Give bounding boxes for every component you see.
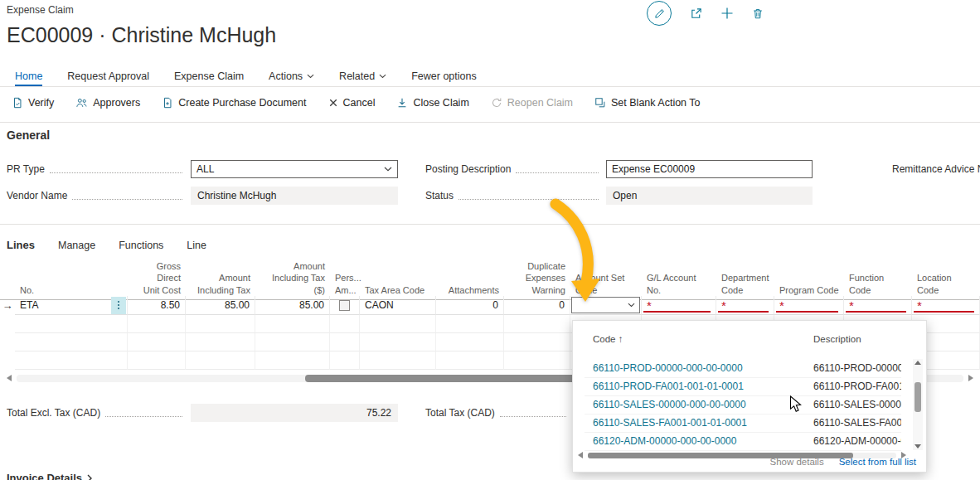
create-purchase-document-button[interactable]: Create Purchase Document <box>162 97 306 109</box>
scroll-up-arrow-icon[interactable] <box>915 361 921 365</box>
system-actions <box>647 0 764 27</box>
set-blank-action-icon <box>594 97 606 109</box>
menu-actions[interactable]: Actions <box>269 70 314 82</box>
posting-description-input[interactable]: Expense EC00009 <box>606 160 813 178</box>
share-button[interactable] <box>690 7 702 20</box>
description-text: 66110-SALES-FA001-001 <box>813 417 901 429</box>
column-header-amount-including-tax[interactable]: Amount Including Tax <box>186 270 255 299</box>
column-header-function-code[interactable]: Function Code <box>844 270 912 299</box>
description-text: 66110-PROD-FA001-001 <box>813 381 901 392</box>
tab-request-approval[interactable]: Request Approval <box>67 70 149 82</box>
column-header-location-code[interactable]: Location Code <box>912 270 980 299</box>
lines-menu-line[interactable]: Line <box>187 240 206 251</box>
cell-function-code[interactable]: * <box>844 296 912 315</box>
lookup-vscrollbar[interactable] <box>913 359 923 450</box>
code-link[interactable]: 66110-SALES-FA001-001-01-0001 <box>585 417 813 429</box>
scroll-left-arrow-icon[interactable] <box>578 452 583 458</box>
lookup-row[interactable]: 66120-ADM-00000-000-00-0000 66120-ADM-00… <box>585 432 901 451</box>
new-button[interactable] <box>720 7 734 20</box>
section-invoice-details[interactable]: Invoice Details <box>7 472 92 480</box>
vendor-name-field[interactable]: Christine McHugh <box>191 187 398 205</box>
code-link[interactable]: 66120-ADM-00000-000-00-0000 <box>585 435 813 447</box>
required-asterisk: * <box>779 296 784 312</box>
approvers-people-icon <box>75 97 88 109</box>
cell-no[interactable]: ETA <box>15 296 128 315</box>
cell-gross-direct-unit-cost[interactable]: 8.50 <box>128 296 186 315</box>
menu-fewer-options[interactable]: Fewer options <box>411 70 477 82</box>
total-excl-tax-field: 75.22 <box>191 404 398 422</box>
cell-location-code[interactable]: * <box>912 296 980 315</box>
scroll-right-arrow-icon[interactable] <box>968 375 973 381</box>
row-options-button[interactable] <box>111 297 126 314</box>
column-header-gl-account-no[interactable]: G/L Account No. <box>642 270 716 299</box>
column-header-amount-including-tax-usd[interactable]: Amount Including Tax ($) <box>255 259 330 299</box>
column-header-department-code[interactable]: Department Code <box>716 270 774 299</box>
status-field[interactable]: Open <box>606 187 813 205</box>
tab-home[interactable]: Home <box>15 70 42 82</box>
lookup-row[interactable]: 66110-PROD-FA001-001-01-0001 66110-PROD-… <box>585 377 901 396</box>
code-link[interactable]: 66110-PROD-FA001-001-01-0001 <box>585 381 813 392</box>
pr-type-field-label: PR Type <box>7 160 187 178</box>
dotted-leader <box>516 165 599 173</box>
lookup-row[interactable]: 66110-PROD-00000-000-00-0000 66110-PROD-… <box>585 359 901 378</box>
page-title: EC00009 · Christine McHugh <box>7 23 276 47</box>
section-general-heading[interactable]: General <box>7 128 50 142</box>
set-blank-action-button[interactable]: Set Blank Action To <box>594 97 700 109</box>
divider <box>0 86 980 87</box>
scroll-left-arrow-icon[interactable] <box>7 375 12 381</box>
reopen-claim-label: Reopen Claim <box>507 97 573 109</box>
tab-expense-claim[interactable]: Expense Claim <box>174 70 244 82</box>
cell-amount-including-tax-usd[interactable]: 85.00 <box>255 296 330 315</box>
divider <box>0 122 980 123</box>
lookup-row[interactable]: 66110-SALES-00000-000-00-0000 66110-SALE… <box>585 395 901 415</box>
menu-related[interactable]: Related <box>339 70 386 82</box>
lines-menu-manage[interactable]: Manage <box>58 240 95 251</box>
show-details-link[interactable]: Show details <box>769 457 823 467</box>
menu-related-label: Related <box>339 70 375 82</box>
pr-type-select[interactable]: ALL <box>191 160 398 178</box>
scroll-down-arrow-icon[interactable] <box>915 444 921 448</box>
posting-description-field-label: Posting Description <box>425 160 604 178</box>
approvers-button[interactable]: Approvers <box>75 97 140 109</box>
posting-description-label: Posting Description <box>425 163 511 175</box>
select-from-full-list-link[interactable]: Select from full list <box>839 457 916 467</box>
cell-department-code[interactable]: * <box>716 296 774 315</box>
lookup-header-code[interactable]: Code ↑ <box>593 334 623 344</box>
dotted-leader <box>105 409 182 417</box>
edit-button[interactable] <box>647 1 672 26</box>
column-header-personal-amount[interactable]: Pers... Am... <box>330 270 360 299</box>
close-claim-button[interactable]: Close Claim <box>396 97 468 109</box>
cell-gl-account-no[interactable]: * <box>642 296 716 315</box>
document-plus-icon <box>162 97 173 109</box>
cancel-label: Cancel <box>343 97 376 109</box>
cell-program-code[interactable]: * <box>774 296 844 315</box>
required-underline <box>846 311 906 313</box>
lookup-header-description[interactable]: Description <box>813 334 861 344</box>
total-excl-tax-value: 75.22 <box>366 407 391 419</box>
column-header-gross-direct-unit-cost[interactable]: Gross Direct Unit Cost <box>128 259 186 299</box>
code-link[interactable]: 66110-SALES-00000-000-00-0000 <box>585 399 813 410</box>
cell-attachments[interactable]: 0 <box>436 296 504 315</box>
verify-document-icon <box>12 97 23 109</box>
lines-heading[interactable]: Lines <box>7 239 35 251</box>
lookup-footer: Show details Select from full list <box>769 457 916 467</box>
delete-button[interactable] <box>752 7 764 20</box>
verify-button[interactable]: Verify <box>12 97 54 109</box>
page-caption: Expense Claim <box>7 4 74 16</box>
cancel-x-icon <box>328 98 338 108</box>
table-row: → ETA 8.50 85.00 85.00 CAON 0 0 * * * * … <box>0 296 980 315</box>
cell-amount-including-tax[interactable]: 85.00 <box>186 296 255 315</box>
verify-label: Verify <box>28 97 54 109</box>
lines-menu-functions[interactable]: Functions <box>119 240 163 251</box>
code-link[interactable]: 66110-PROD-00000-000-00-0000 <box>585 362 813 374</box>
total-tax-field-label: Total Tax (CAD) <box>425 404 571 422</box>
lookup-vscrollbar-thumb[interactable] <box>915 382 921 412</box>
chevron-down-icon <box>379 74 386 79</box>
lines-toolbar: Lines Manage Functions Line <box>7 239 206 251</box>
cancel-button[interactable]: Cancel <box>328 97 376 109</box>
description-text: 66120-ADM-00000-000- <box>813 435 901 447</box>
cell-tax-area-code[interactable]: CAON <box>360 296 436 315</box>
lookup-row[interactable]: 66110-SALES-FA001-001-01-0001 66110-SALE… <box>585 414 901 433</box>
cell-personal-amount[interactable] <box>330 296 360 315</box>
close-claim-label: Close Claim <box>413 97 468 109</box>
